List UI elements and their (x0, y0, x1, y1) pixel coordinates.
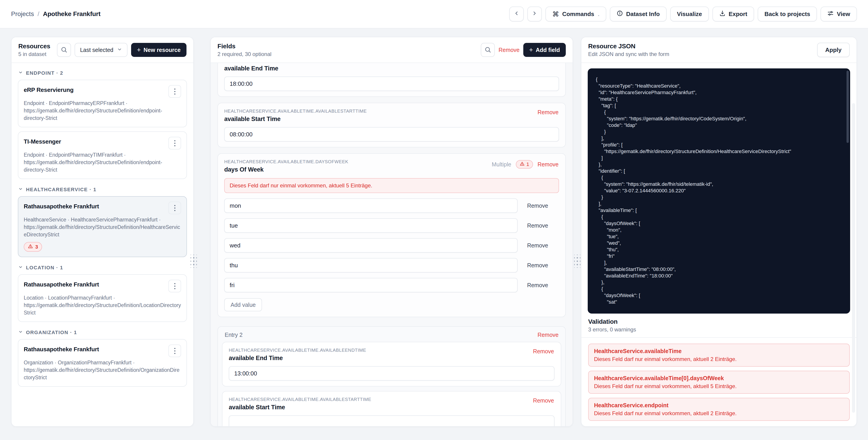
available-end-time-input-2[interactable] (229, 366, 555, 381)
resource-card-organization[interactable]: Rathausapotheke Frankfurt Organization ·… (18, 339, 187, 387)
resources-count: 5 in dataset (18, 51, 50, 57)
chevron-down-icon (18, 265, 23, 271)
commands-label: Commands (562, 11, 594, 18)
panel-resize-handle-left[interactable] (191, 255, 197, 268)
day-value-input[interactable] (224, 258, 518, 272)
value-remove-link[interactable]: Remove (527, 223, 548, 229)
group-endpoint-label: ENDPOINT · 2 (26, 70, 63, 76)
fields-scroll-area: available End Time HEALTHCARESERVICE.AVA… (211, 63, 572, 427)
value-row: Remove (224, 278, 559, 292)
value-remove-link[interactable]: Remove (527, 282, 548, 289)
breadcrumb-projects[interactable]: Projects (11, 10, 34, 18)
resource-search-button[interactable] (57, 43, 71, 57)
fields-remove-link[interactable]: Remove (498, 47, 520, 53)
json-editor[interactable]: { "resourceType": "HealthcareService", "… (588, 68, 850, 313)
resource-title: TI-Messenger (24, 137, 61, 145)
day-value-input[interactable] (224, 278, 518, 292)
value-remove-link[interactable]: Remove (527, 262, 548, 269)
chevron-down-icon (18, 330, 23, 336)
available-start-time-input[interactable] (224, 127, 559, 141)
json-code[interactable]: { "resourceType": "HealthcareService", "… (588, 68, 850, 313)
kebab-menu-button[interactable] (168, 137, 181, 149)
value-remove-link[interactable]: Remove (527, 203, 548, 209)
group-location[interactable]: LOCATION · 1 (18, 265, 186, 271)
chevron-down-icon (117, 47, 122, 53)
nav-forward-button[interactable] (527, 6, 542, 22)
validation-summary: 3 errors, 0 warnings (588, 327, 850, 333)
nav-back-button[interactable] (509, 6, 524, 22)
resource-card-erp[interactable]: eRP Reservierung Endpoint · EndpointPhar… (18, 80, 187, 127)
field-error-count: 1 (526, 161, 529, 167)
resource-subtitle: Location · LocationPharmacyFrankfurt · h… (24, 294, 181, 316)
group-healthcareservice[interactable]: HEALTHCARESERVICE · 1 (18, 187, 186, 193)
add-field-button[interactable]: + Add field (523, 43, 566, 57)
group-endpoint[interactable]: ENDPOINT · 2 (18, 70, 186, 76)
entry-2-remove-link[interactable]: Remove (537, 332, 559, 338)
search-icon (485, 46, 491, 54)
breadcrumb-separator: / (37, 10, 39, 18)
entry-2-label: Entry 2 (225, 332, 243, 338)
day-value-input[interactable] (224, 198, 518, 213)
value-remove-link[interactable]: Remove (527, 242, 548, 249)
kebab-menu-button[interactable] (168, 344, 181, 357)
available-end-time-input[interactable] (224, 76, 559, 91)
view-button[interactable]: View (820, 6, 857, 22)
add-field-label: Add field (536, 47, 560, 53)
apply-button[interactable]: Apply (817, 43, 850, 57)
json-header: Resource JSON Edit JSON and sync with th… (581, 37, 857, 63)
resource-subtitle: Organization · OrganizationPharmacyFrank… (24, 359, 181, 381)
editor-scrollbar-thumb[interactable] (846, 71, 849, 143)
info-icon (617, 10, 623, 18)
back-to-projects-button[interactable]: Back to projects (758, 6, 817, 22)
command-icon: ⌘ (552, 10, 559, 18)
panel-scrollbar-track[interactable] (852, 103, 855, 413)
resources-header: Resources 5 in dataset Last selected (11, 37, 193, 63)
chevron-left-icon (514, 10, 520, 18)
resource-card-tim[interactable]: TI-Messenger Endpoint · EndpointPharmacy… (18, 131, 187, 179)
commands-hint: . (598, 11, 599, 18)
field-remove-link[interactable]: Remove (533, 348, 554, 355)
field-search-button[interactable] (481, 43, 495, 57)
new-resource-button[interactable]: + New resource (131, 43, 187, 57)
field-label: available Start Time (224, 115, 559, 123)
group-organization[interactable]: ORGANIZATION · 1 (18, 330, 186, 336)
field-card-available-start-time: HEALTHCARESERVICE.AVAILABLETIME.AVAILABL… (217, 103, 566, 147)
field-remove-link[interactable]: Remove (537, 109, 559, 115)
dataset-info-button[interactable]: Dataset Info (610, 6, 666, 22)
field-path: HEALTHCARESERVICE.AVAILABLETIME.AVAILABL… (229, 348, 555, 353)
validation-error-path: HealthcareService.availableTime (594, 348, 844, 354)
panel-resize-handle-right[interactable] (574, 255, 581, 268)
visualize-button[interactable]: Visualize (670, 6, 709, 22)
resources-title: Resources (18, 43, 50, 50)
day-value-input[interactable] (224, 218, 518, 233)
resource-title: Rathausapotheke Frankfurt (24, 344, 99, 353)
field-remove-link[interactable]: Remove (537, 161, 559, 168)
back-to-projects-label: Back to projects (765, 11, 810, 18)
kebab-menu-button[interactable] (168, 280, 181, 292)
kebab-menu-button[interactable] (168, 85, 181, 98)
resource-card-healthcareservice[interactable]: Rathausapotheke Frankfurt HealthcareServ… (18, 196, 187, 257)
field-label: available End Time (229, 355, 555, 362)
dataset-info-label: Dataset Info (626, 11, 660, 18)
resources-panel: Resources 5 in dataset Last selected (11, 37, 194, 427)
resource-title: Rathausapotheke Frankfurt (24, 280, 99, 288)
add-value-button[interactable]: Add value (224, 298, 262, 311)
field-path: HEALTHCARESERVICE.AVAILABLETIME.AVAILABL… (224, 109, 559, 114)
resource-sort-select[interactable]: Last selected (74, 43, 127, 57)
download-icon (719, 10, 725, 18)
fields-header: Fields 2 required, 30 optional Remove + … (211, 37, 572, 63)
visualize-label: Visualize (677, 11, 702, 18)
available-start-time-input-2[interactable] (229, 415, 555, 427)
day-value-input[interactable] (224, 238, 518, 252)
validation-error-card: HealthcareService.availableTime[0].daysO… (588, 371, 850, 394)
resource-subtitle: HealthcareService · HealthcareServicePha… (24, 216, 181, 238)
resource-title: Rathausapotheke Frankfurt (24, 202, 99, 210)
field-remove-link[interactable]: Remove (533, 397, 554, 404)
plus-icon: + (137, 46, 141, 53)
resource-card-location[interactable]: Rathausapotheke Frankfurt Location · Loc… (18, 274, 187, 322)
validation-error-message: Dieses Feld darf nur einmal vorkommen, a… (594, 383, 844, 390)
kebab-menu-button[interactable] (168, 202, 181, 214)
entry-2-section: Entry 2 Remove HEALTHCARESERVICE.AVAILAB… (217, 326, 566, 427)
commands-button[interactable]: ⌘ Commands . (546, 6, 606, 22)
export-button[interactable]: Export (712, 6, 754, 22)
